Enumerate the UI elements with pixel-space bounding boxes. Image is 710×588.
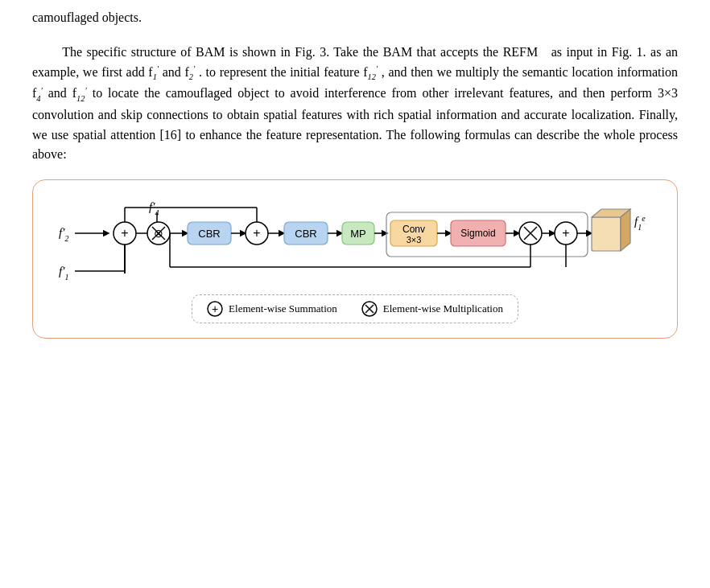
label-fe: f1e [634,214,646,232]
diagram-svg: f′2 f′4 f′1 + ⊗ [52,195,688,291]
label-conv: Conv [402,224,425,235]
sum3-plus: + [562,226,569,240]
multiplication-label: Element-wise Multiplication [383,301,503,317]
label-f2: f′2 [59,226,68,243]
label-conv-sub: 3×3 [407,235,422,245]
label-f1: f′1 [59,265,68,282]
box-output-front [592,217,621,251]
legend-summation: + Element-wise Summation [207,301,337,317]
figure-box: f′2 f′4 f′1 + ⊗ [32,179,678,339]
legend: + Element-wise Summation Element-wise Mu… [192,294,518,323]
sum1-plus: + [121,226,128,240]
paragraph-camouflaged: camouflaged objects. [32,8,678,28]
legend-multiplication: Element-wise Multiplication [361,301,503,317]
mul-icon [361,301,378,317]
label-cbr2: CBR [295,228,316,240]
svg-text:+: + [212,302,218,315]
summation-label: Element-wise Summation [229,301,337,317]
text-camouflaged: camouflaged objects. [32,8,678,28]
label-mp: MP [350,228,366,240]
label-sigmoid: Sigmoid [460,228,495,239]
text-bam: The specific structure of BAM is shown i… [32,43,678,165]
box-output-right [621,209,630,251]
page-content: camouflaged objects. The specific struct… [32,8,678,339]
paragraph-bam: The specific structure of BAM is shown i… [32,43,678,165]
sum2-plus: + [253,226,260,240]
sum-icon: + [207,301,223,317]
label-cbr1: CBR [198,228,220,240]
